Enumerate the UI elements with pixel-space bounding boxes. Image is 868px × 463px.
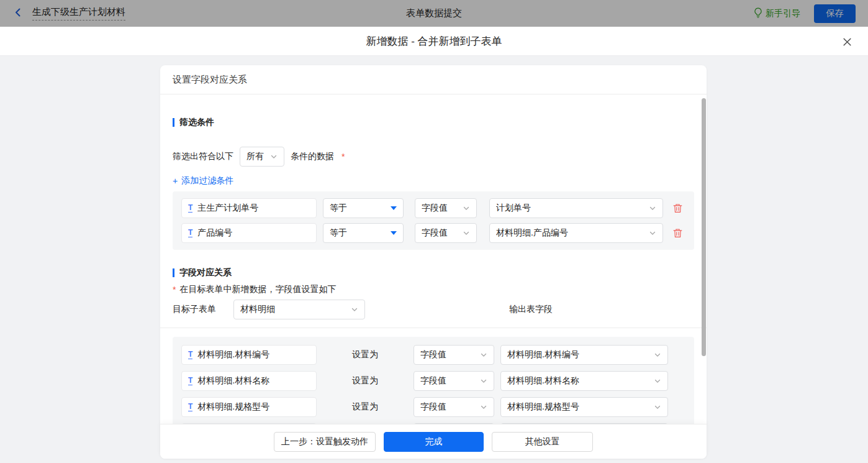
output-field-select[interactable]: 材料明细.材料编号	[500, 345, 668, 365]
set-to-label: 设置为	[317, 401, 414, 413]
text-field-icon: T	[188, 351, 192, 359]
caret-down-icon	[391, 231, 397, 235]
output-field-select[interactable]: 材料明细.规格型号	[500, 397, 668, 417]
chevron-down-icon	[463, 204, 470, 212]
target-subform-row: 目标子表单 材料明细 输出表字段	[173, 300, 694, 319]
chevron-down-icon	[480, 351, 487, 359]
filter-rows-container: T 主生产计划单号 等于 字段值 计划单号	[173, 191, 694, 250]
value-select[interactable]: 计划单号	[489, 198, 663, 218]
output-field-select[interactable]: 材料明细.材料名称	[500, 371, 668, 391]
modal-body: 设置字段对应关系 筛选条件 筛选出符合以下 所有 条件的数据 * + 添加过滤条…	[0, 56, 868, 463]
plus-icon: +	[173, 176, 178, 186]
add-filter-link[interactable]: + 添加过滤条件	[173, 175, 233, 186]
value-type-select[interactable]: 字段值	[414, 371, 494, 391]
mapping-row: T 材料明细.材料编号 设置为 字段值 材料明细.材料编号	[181, 345, 685, 365]
topbar-dim-overlay	[0, 0, 868, 27]
set-to-label: 设置为	[317, 375, 414, 387]
delete-row-button[interactable]	[673, 203, 682, 213]
scrollbar-thumb[interactable]	[702, 98, 706, 356]
output-fields-label: 输出表字段	[509, 304, 553, 315]
prev-step-button[interactable]: 上一步：设置触发动作	[274, 432, 376, 452]
caret-down-icon	[391, 206, 397, 210]
card-header: 设置字段对应关系	[160, 65, 707, 94]
card-footer: 上一步：设置触发动作 完成 其他设置	[160, 424, 707, 459]
chevron-down-icon	[649, 229, 656, 237]
mapping-row: T 材料明细.规格型号 设置为 字段值 材料明细.规格型号	[181, 397, 685, 417]
chevron-down-icon	[463, 229, 470, 237]
delete-row-button[interactable]	[673, 228, 682, 238]
operator-select[interactable]: 等于	[323, 198, 404, 218]
value-type-select[interactable]: 字段值	[414, 345, 494, 365]
value-select[interactable]: 材料明细.产品编号	[489, 223, 663, 243]
mapping-field-chip[interactable]: T 材料明细.材料编号	[181, 345, 317, 365]
filter-prefix-label: 筛选出符合以下	[173, 151, 233, 162]
mapping-rows-container: T 材料明细.材料编号 设置为 字段值 材料明细.材料编号	[173, 337, 694, 424]
value-type-select[interactable]: 字段值	[415, 198, 477, 218]
other-settings-button[interactable]: 其他设置	[492, 432, 593, 452]
chevron-down-icon	[351, 306, 358, 313]
value-type-select[interactable]: 字段值	[415, 223, 477, 243]
filter-match-line: 筛选出符合以下 所有 条件的数据 *	[173, 147, 694, 167]
filter-field-chip[interactable]: T 产品编号	[181, 223, 317, 243]
mapping-field-chip[interactable]: T 材料明细.材料名称	[181, 371, 317, 391]
match-count-select[interactable]: 所有	[240, 147, 284, 167]
chevron-down-icon	[270, 153, 278, 160]
done-button[interactable]: 完成	[384, 432, 484, 452]
filter-suffix-label: 条件的数据	[291, 151, 334, 162]
trash-icon	[673, 203, 682, 213]
target-subform-select[interactable]: 材料明细	[233, 300, 365, 319]
chevron-down-icon	[480, 377, 487, 385]
chevron-down-icon	[654, 377, 661, 385]
filter-field-chip[interactable]: T 主生产计划单号	[181, 198, 317, 218]
text-field-icon: T	[188, 229, 192, 237]
close-icon	[842, 37, 852, 47]
filter-section-title: 筛选条件	[173, 117, 694, 128]
set-to-label: 设置为	[317, 349, 414, 360]
required-asterisk: *	[173, 285, 176, 295]
required-asterisk: *	[341, 152, 345, 162]
filter-row: T 主生产计划单号 等于 字段值 计划单号	[181, 198, 685, 218]
text-field-icon: T	[188, 377, 192, 385]
topbar: 生成下级生产计划材料 表单数据提交 新手引导 保存	[0, 0, 868, 27]
trash-icon	[673, 228, 682, 238]
mapping-description: * 在目标表单中新增数据，字段值设置如下	[173, 284, 694, 295]
mapping-row: T 材料明细.材料名称 设置为 字段值 材料明细.材料名称	[181, 371, 685, 391]
modal-header: 新增数据 - 合并新增到子表单	[0, 27, 868, 56]
filter-row: T 产品编号 等于 字段值 材料明细.产品编号	[181, 223, 685, 243]
chevron-down-icon	[654, 403, 661, 411]
mapping-section-title: 字段对应关系	[173, 267, 694, 278]
content-card: 设置字段对应关系 筛选条件 筛选出符合以下 所有 条件的数据 * + 添加过滤条…	[160, 65, 707, 459]
chevron-down-icon	[480, 403, 487, 411]
modal-title: 新增数据 - 合并新增到子表单	[366, 34, 502, 48]
operator-select[interactable]: 等于	[323, 223, 404, 243]
target-subform-label: 目标子表单	[173, 304, 216, 315]
mapping-field-chip[interactable]: T 材料明细.规格型号	[181, 397, 317, 417]
text-field-icon: T	[188, 204, 192, 213]
value-type-select[interactable]: 字段值	[414, 397, 494, 417]
close-button[interactable]	[841, 35, 853, 48]
card-scroll-area: 筛选条件 筛选出符合以下 所有 条件的数据 * + 添加过滤条件 T	[160, 94, 707, 424]
chevron-down-icon	[649, 204, 656, 212]
text-field-icon: T	[188, 403, 192, 411]
chevron-down-icon	[654, 351, 661, 359]
